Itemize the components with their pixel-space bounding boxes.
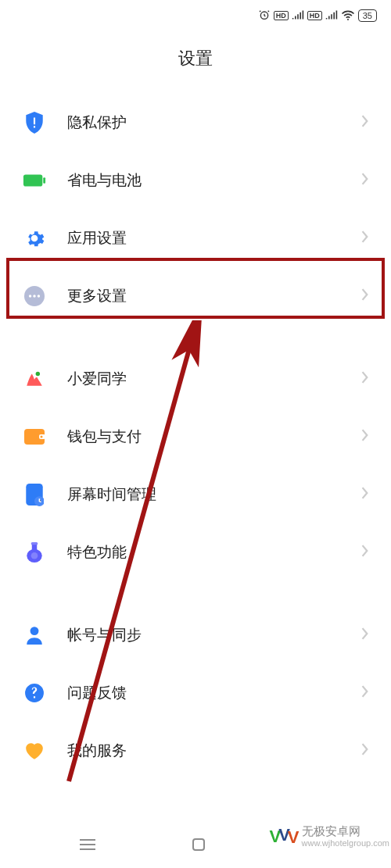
menu-label: 更多设置: [67, 286, 361, 306]
svg-point-5: [29, 295, 31, 297]
xiaoai-icon: [22, 366, 47, 391]
menu-label: 应用设置: [67, 228, 361, 248]
menu-item-wallet[interactable]: 钱包与支付: [11, 408, 380, 466]
menu-label: 特色功能: [67, 542, 361, 563]
chevron-right-icon: [361, 173, 369, 188]
settings-list: 隐私保护 省电与电池 应用设置 更多设置 小爱同学 钱包: [0, 94, 391, 780]
screentime-icon: [22, 482, 47, 507]
svg-point-6: [33, 295, 35, 297]
menu-label: 小爱同学: [67, 369, 361, 389]
account-icon: [22, 623, 47, 648]
svg-rect-2: [23, 175, 42, 187]
wallet-icon: [22, 424, 47, 449]
dots-icon: [22, 284, 47, 309]
nav-recent-button[interactable]: [79, 838, 96, 855]
signal-icon-1: [292, 9, 304, 23]
hd-icon-2: HD: [307, 11, 322, 20]
svg-point-8: [36, 372, 40, 376]
menu-item-privacy[interactable]: 隐私保护: [11, 94, 380, 152]
chevron-right-icon: [361, 288, 369, 304]
signal-icon-2: [325, 9, 338, 23]
menu-item-account[interactable]: 帐号与同步: [11, 606, 380, 664]
menu-item-feedback[interactable]: 问题反馈: [11, 664, 380, 722]
hd-icon: HD: [274, 11, 289, 20]
flask-icon: [22, 540, 47, 565]
menu-label: 我的服务: [67, 741, 361, 761]
chevron-right-icon: [361, 115, 369, 130]
status-icons: HD HD 35: [258, 9, 377, 23]
battery-level: 35: [363, 11, 372, 20]
menu-item-xiaoai[interactable]: 小爱同学: [11, 350, 380, 408]
menu-label: 隐私保护: [67, 113, 361, 133]
battery-icon: 35: [358, 9, 377, 22]
watermark-text-url: www.wjhotelgroup.com: [302, 838, 390, 848]
help-icon: [22, 680, 47, 705]
svg-point-1: [347, 19, 349, 20]
chevron-right-icon: [361, 371, 369, 387]
nav-home-button[interactable]: [192, 838, 206, 855]
svg-point-18: [30, 627, 39, 635]
chevron-right-icon: [361, 545, 369, 560]
watermark: VVV 无极安卓网 www.wjhotelgroup.com: [269, 825, 389, 848]
heart-icon: [22, 738, 47, 763]
alarm-icon: [258, 9, 271, 23]
wifi-icon: [341, 9, 355, 23]
chevron-right-icon: [361, 487, 369, 502]
shield-icon: [22, 110, 47, 135]
svg-point-7: [38, 295, 40, 297]
chevron-right-icon: [361, 685, 369, 701]
chevron-right-icon: [361, 230, 369, 246]
svg-rect-3: [43, 177, 45, 184]
watermark-logo: VVV: [269, 827, 296, 847]
gear-icon: [22, 226, 47, 251]
status-bar: HD HD 35: [0, 0, 391, 31]
menu-label: 钱包与支付: [67, 427, 361, 447]
menu-item-more-settings[interactable]: 更多设置: [11, 267, 380, 325]
svg-point-11: [41, 436, 43, 438]
menu-item-battery[interactable]: 省电与电池: [11, 152, 380, 209]
svg-point-17: [31, 552, 38, 559]
menu-item-service[interactable]: 我的服务: [11, 722, 380, 780]
svg-rect-21: [193, 839, 204, 850]
menu-item-apps[interactable]: 应用设置: [11, 209, 380, 267]
watermark-text-cn: 无极安卓网: [302, 825, 390, 838]
battery-filled-icon: [22, 168, 47, 193]
menu-item-features[interactable]: 特色功能: [11, 523, 380, 581]
chevron-right-icon: [361, 429, 369, 445]
menu-label: 屏幕时间管理: [67, 484, 361, 505]
chevron-right-icon: [361, 743, 369, 759]
menu-label: 问题反馈: [67, 683, 361, 703]
menu-label: 省电与电池: [67, 170, 361, 191]
menu-label: 帐号与同步: [67, 625, 361, 645]
svg-rect-16: [31, 542, 38, 545]
chevron-right-icon: [361, 627, 369, 643]
menu-item-screentime[interactable]: 屏幕时间管理: [11, 466, 380, 523]
page-title: 设置: [0, 31, 391, 94]
